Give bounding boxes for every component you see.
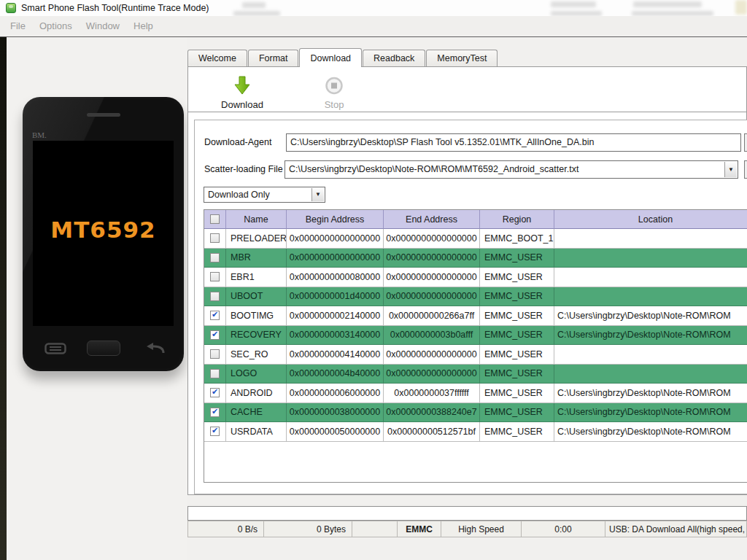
- checkbox-cell[interactable]: [204, 249, 226, 268]
- toolbar-separator: [188, 112, 747, 112]
- phone-brand-label: BM.: [32, 131, 47, 139]
- checkbox-cell[interactable]: [204, 365, 226, 384]
- partition-row-ebr1[interactable]: EBR10x00000000000800000x0000000000000000…: [204, 268, 747, 287]
- uboot-checkbox[interactable]: [210, 292, 220, 301]
- header-checkbox-cell[interactable]: [204, 210, 226, 229]
- mode-dropdown-arrow[interactable]: ▼: [311, 188, 324, 201]
- cell-location: C:\Users\ingbrzy\Desktop\Note-ROM\ROM: [554, 326, 747, 346]
- download-agent-browse-button[interactable]: [744, 133, 747, 152]
- cell-end-address: 0x00000000388240e7: [384, 403, 480, 423]
- tab-bar: WelcomeFormatDownloadReadbackMemoryTest: [187, 47, 498, 66]
- status-usb-mode: USB: DA Download All(high speed,: [605, 521, 747, 537]
- partition-row-preloader[interactable]: PRELOADER0x00000000000000000x00000000000…: [204, 229, 747, 249]
- tab-download[interactable]: Download: [299, 48, 362, 67]
- phone-home-button: [87, 341, 120, 356]
- tab-format[interactable]: Format: [248, 50, 299, 66]
- partition-row-usrdata[interactable]: USRDATA0x00000000500000000x0000000051257…: [204, 422, 747, 442]
- partition-row-recovery[interactable]: RECOVERY0x00000000031400000x0000000003b0…: [204, 326, 747, 346]
- download-button[interactable]: Download: [207, 74, 277, 110]
- cell-region: EMMC_USER: [480, 326, 554, 346]
- cell-end-address: 0x00000000512571bf: [384, 422, 480, 442]
- checkbox-cell[interactable]: [204, 268, 226, 287]
- cell-begin-address: 0x0000000038000000: [287, 403, 384, 423]
- tab-welcome[interactable]: Welcome: [187, 50, 247, 66]
- stop-button-label: Stop: [299, 99, 369, 110]
- column-header-end-address: End Address: [384, 210, 480, 229]
- scatter-browse-button[interactable]: [744, 160, 747, 179]
- select-all-checkbox[interactable]: [210, 214, 220, 224]
- cell-end-address: 0x0000000003b0afff: [384, 326, 480, 346]
- checkbox-cell[interactable]: [204, 384, 226, 403]
- scatter-dropdown-arrow[interactable]: ▼: [724, 162, 737, 177]
- checkbox-cell[interactable]: [204, 326, 226, 346]
- status-bytes: 0 Bytes: [264, 521, 352, 537]
- background-window-artifact: [242, 2, 266, 8]
- mbr-checkbox[interactable]: [210, 253, 220, 262]
- cell-begin-address: 0x0000000050000000: [287, 422, 384, 442]
- ebr1-checkbox[interactable]: [210, 272, 220, 281]
- cell-location: C:\Users\ingbrzy\Desktop\Note-ROM\ROM: [554, 403, 747, 423]
- cell-begin-address: 0x0000000003140000: [287, 326, 384, 346]
- menu-item-help[interactable]: Help: [133, 16, 153, 36]
- cell-location: [554, 229, 747, 249]
- preloader-checkbox[interactable]: [210, 233, 220, 243]
- recovery-checkbox[interactable]: [210, 330, 220, 340]
- cell-region: EMMC_USER: [480, 287, 554, 307]
- logo-checkbox[interactable]: [210, 369, 220, 378]
- partition-row-android[interactable]: ANDROID0x00000000060000000x0000000037fff…: [204, 384, 747, 403]
- partition-row-cache[interactable]: CACHE0x00000000380000000x00000000388240e…: [204, 403, 747, 423]
- android-checkbox[interactable]: [210, 388, 220, 397]
- download-agent-input[interactable]: C:\Users\ingbrzy\Desktop\SP Flash Tool v…: [286, 133, 741, 152]
- partition-row-logo[interactable]: LOGO0x0000000004b400000x0000000000000000…: [204, 365, 747, 384]
- column-header-location: Location: [554, 210, 747, 229]
- sec_ro-checkbox[interactable]: [210, 349, 220, 359]
- cell-begin-address: 0x0000000006000000: [287, 384, 384, 403]
- phone-illustration: BM. MT6592: [23, 97, 184, 371]
- stop-button[interactable]: Stop: [299, 74, 369, 110]
- cell-region: EMMC_USER: [480, 345, 554, 365]
- cell-begin-address: 0x0000000000080000: [287, 268, 384, 287]
- download-mode-select[interactable]: Download Only ▼: [204, 187, 325, 203]
- cache-checkbox[interactable]: [210, 408, 220, 417]
- partition-row-uboot[interactable]: UBOOT0x0000000001d400000x000000000000000…: [204, 287, 747, 307]
- usrdata-checkbox[interactable]: [210, 427, 220, 436]
- column-header-name: Name: [226, 210, 287, 229]
- partition-row-mbr[interactable]: MBR0x00000000000000000x0000000000000000E…: [204, 249, 747, 268]
- cell-end-address: 0x0000000000000000: [384, 287, 480, 307]
- cell-region: EMMC_USER: [480, 306, 554, 326]
- menu-item-file[interactable]: File: [10, 16, 26, 36]
- chipset-label: MT6592: [33, 217, 174, 243]
- background-window-artifact: [551, 1, 596, 7]
- cell-end-address: 0x0000000000000000: [384, 345, 480, 365]
- cell-location: C:\Users\ingbrzy\Desktop\Note-ROM\ROM: [554, 422, 747, 442]
- checkbox-cell[interactable]: [204, 403, 226, 423]
- checkbox-cell[interactable]: [204, 306, 226, 326]
- cell-name: LOGO: [226, 365, 287, 384]
- cell-end-address: 0x0000000037ffffff: [384, 384, 480, 403]
- bootimg-checkbox[interactable]: [210, 311, 220, 320]
- cell-end-address: 0x000000000266a7ff: [384, 306, 480, 326]
- table-header-row: NameBegin AddressEnd AddressRegionLocati…: [204, 210, 747, 229]
- cell-begin-address: 0x0000000000000000: [287, 249, 384, 268]
- cell-name: EBR1: [226, 268, 287, 287]
- background-window-artifact: [551, 11, 602, 16]
- checkbox-cell[interactable]: [204, 229, 226, 249]
- tab-readback[interactable]: Readback: [363, 50, 425, 66]
- cell-begin-address: 0x0000000002140000: [287, 306, 384, 326]
- checkbox-cell[interactable]: [204, 345, 226, 365]
- cell-end-address: 0x0000000000000000: [384, 365, 480, 384]
- partition-row-sec_ro[interactable]: SEC_RO0x00000000041400000x00000000000000…: [204, 345, 747, 365]
- cell-region: EMMC_USER: [480, 365, 554, 384]
- status-speed: 0 B/s: [187, 521, 264, 537]
- tab-memorytest[interactable]: MemoryTest: [426, 50, 498, 66]
- device-panel: BM. MT6592: [7, 37, 187, 560]
- checkbox-cell[interactable]: [204, 422, 226, 442]
- cell-location: C:\Users\ingbrzy\Desktop\Note-ROM\ROM: [554, 306, 747, 326]
- menu-item-window[interactable]: Window: [86, 16, 120, 36]
- menu-item-options[interactable]: Options: [39, 16, 72, 36]
- cell-region: EMMC_USER: [480, 249, 554, 268]
- scatter-file-combobox[interactable]: C:\Users\ingbrzy\Desktop\Note-ROM\ROM\MT…: [285, 160, 738, 179]
- partition-row-bootimg[interactable]: BOOTIMG0x00000000021400000x000000000266a…: [204, 306, 747, 326]
- cell-region: EMMC_USER: [480, 403, 554, 423]
- checkbox-cell[interactable]: [204, 287, 226, 307]
